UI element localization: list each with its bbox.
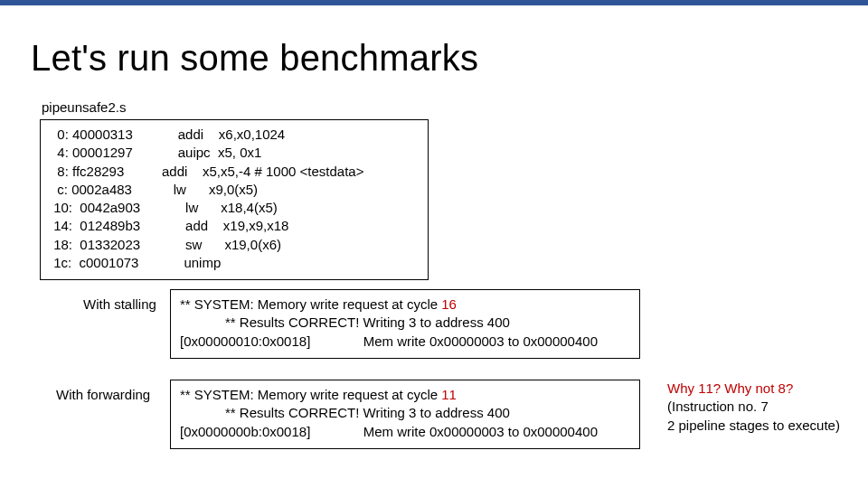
cycle-highlight: 16 <box>441 296 457 312</box>
stalling-result-box: ** SYSTEM: Memory write request at cycle… <box>170 289 640 359</box>
code-line: 14: 012489b3 add x19,x9,x18 <box>50 217 419 235</box>
code-listing-box: 0: 40000313 addi x6,x0,1024 4: 00001297 … <box>40 119 429 280</box>
forwarding-result-box: ** SYSTEM: Memory write request at cycle… <box>170 380 640 449</box>
label-with-stalling: With stalling <box>83 296 156 312</box>
result-line: ** SYSTEM: Memory write request at cycle… <box>180 386 630 404</box>
code-line: 1c: c0001073 unimp <box>50 254 419 272</box>
note-answer-line: (Instruction no. 7 <box>667 398 857 416</box>
result-text: ** SYSTEM: Memory write request at cycle <box>180 296 441 312</box>
code-line: 0: 40000313 addi x6,x0,1024 <box>50 126 419 144</box>
code-filename: pipeunsafe2.s <box>42 99 126 115</box>
result-line: ** SYSTEM: Memory write request at cycle… <box>180 296 630 314</box>
slide-title: Let's run some benchmarks <box>31 38 478 79</box>
code-line: 4: 00001297 auipc x5, 0x1 <box>50 144 419 162</box>
side-note: Why 11? Why not 8? (Instruction no. 7 2 … <box>667 380 857 435</box>
code-line: c: 0002a483 lw x9,0(x5) <box>50 181 419 199</box>
result-text: ** SYSTEM: Memory write request at cycle <box>180 387 441 402</box>
code-line: 18: 01332023 sw x19,0(x6) <box>50 236 419 254</box>
result-line: [0x0000000b:0x0018] Mem write 0x00000003… <box>180 423 630 441</box>
code-line: 8: ffc28293 addi x5,x5,-4 # 1000 <testda… <box>50 163 419 181</box>
result-line: [0x00000010:0x0018] Mem write 0x00000003… <box>180 333 630 351</box>
cycle-highlight: 11 <box>441 387 457 402</box>
note-question: Why 11? Why not 8? <box>667 380 857 398</box>
code-line: 10: 0042a903 lw x18,4(x5) <box>50 199 419 217</box>
result-line: ** Results CORRECT! Writing 3 to address… <box>180 314 630 332</box>
slide: Let's run some benchmarks pipeunsafe2.s … <box>0 0 868 488</box>
slide-accent-bar <box>0 0 868 5</box>
label-with-forwarding: With forwarding <box>56 387 150 402</box>
note-answer-line: 2 pipeline stages to execute) <box>667 417 857 435</box>
result-line: ** Results CORRECT! Writing 3 to address… <box>180 404 630 422</box>
